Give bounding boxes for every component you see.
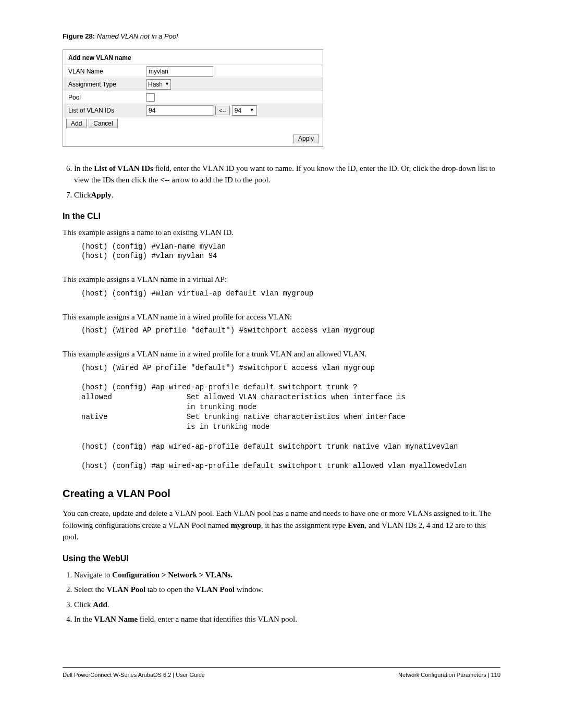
cli-intro-1: This example assigns a name to an existi… <box>63 227 500 239</box>
webui-step-3: Click Add. <box>74 599 500 611</box>
assignment-type-select[interactable]: Hash ▼ <box>146 79 171 90</box>
cli-code-2: (host) (config) #wlan virtual-ap default… <box>81 289 500 299</box>
cli-heading: In the CLI <box>63 210 500 223</box>
vlan-id-dropdown[interactable]: 94 ▼ <box>232 105 257 116</box>
pool-label: Pool <box>63 91 146 104</box>
chevron-down-icon: ▼ <box>250 107 254 114</box>
footer-right: Network Configuration Parameters | 110 <box>398 671 500 680</box>
step-7: ClickApply. <box>74 189 500 201</box>
footer-left: Dell PowerConnect W-Series ArubaOS 6.2 |… <box>63 671 205 680</box>
add-vlan-dialog: Add new VLAN name VLAN Name Assignment T… <box>63 50 323 147</box>
page-footer: Dell PowerConnect W-Series ArubaOS 6.2 |… <box>63 667 500 680</box>
cli-intro-4: This example assigns a VLAN name in a wi… <box>63 348 500 360</box>
dialog-title: Add new VLAN name <box>63 50 323 65</box>
chevron-down-icon: ▼ <box>165 81 169 88</box>
webui-step-4: In the VLAN Name field, enter a name tha… <box>74 613 500 625</box>
cli-code-3: (host) (Wired AP profile "default") #swi… <box>81 326 500 336</box>
step-6: In the List of VLAN IDs field, enter the… <box>74 163 500 186</box>
pool-body: You can create, update and delete a VLAN… <box>63 508 500 543</box>
figure-title: Named VLAN not in a Pool <box>97 32 178 40</box>
vlan-id-dropdown-value: 94 <box>235 106 241 115</box>
apply-button[interactable]: Apply <box>293 134 319 143</box>
cancel-button[interactable]: Cancel <box>89 119 117 128</box>
pool-checkbox[interactable] <box>146 93 155 102</box>
add-id-arrow-button[interactable]: <-- <box>215 106 230 115</box>
figure-label: Figure 28: <box>63 32 95 40</box>
vlan-id-input[interactable] <box>146 105 213 116</box>
webui-step-2: Select the VLAN Pool tab to open the VLA… <box>74 584 500 596</box>
cli-intro-2: This example assigns a VLAN name in a vi… <box>63 274 500 286</box>
add-button[interactable]: Add <box>66 119 87 128</box>
figure-caption: Figure 28: Named VLAN not in a Pool <box>63 31 500 42</box>
webui-heading: Using the WebUI <box>63 552 500 565</box>
step-list-1: In the List of VLAN IDs field, enter the… <box>63 163 500 201</box>
webui-step-1: Navigate to Configuration > Network > VL… <box>74 569 500 581</box>
vlan-ids-label: List of VLAN IDs <box>63 104 146 117</box>
assignment-type-value: Hash <box>148 80 163 89</box>
vlan-name-label: VLAN Name <box>63 65 146 78</box>
pool-heading: Creating a VLAN Pool <box>63 486 500 501</box>
cli-intro-3: This example assigns a VLAN name in a wi… <box>63 311 500 323</box>
cli-code-4: (host) (Wired AP profile "default") #swi… <box>81 363 500 472</box>
cli-code-1: (host) (config) #vlan-name myvlan (host)… <box>81 242 500 262</box>
vlan-name-input[interactable] <box>146 66 213 77</box>
webui-steps: Navigate to Configuration > Network > VL… <box>63 569 500 625</box>
assignment-type-label: Assignment Type <box>63 78 146 91</box>
